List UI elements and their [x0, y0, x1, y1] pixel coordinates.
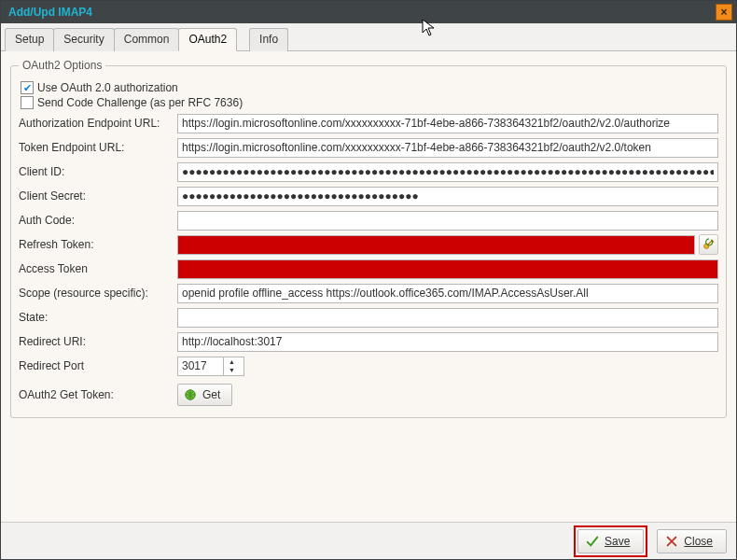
close-label: Close	[684, 535, 713, 548]
window-close-button[interactable]: ×	[716, 4, 732, 21]
use-oauth-label: Use OAuth 2.0 authorization	[37, 81, 178, 94]
save-label: Save	[605, 535, 630, 548]
client-id-input[interactable]	[177, 162, 718, 182]
globe-refresh-icon	[184, 388, 197, 401]
scope-input[interactable]	[177, 284, 718, 303]
dialog-footer: Save Close	[1, 522, 736, 559]
oauth2-options-group: OAuth2 Options Use OAuth 2.0 authorizati…	[10, 59, 727, 418]
use-oauth-checkbox[interactable]: Use OAuth 2.0 authorization	[21, 81, 718, 94]
label-get-token: OAuth2 Get Token:	[19, 388, 177, 401]
label-auth-code: Auth Code:	[19, 214, 177, 227]
access-token-input[interactable]	[177, 259, 718, 279]
label-auth-endpoint: Authorization Endpoint URL:	[19, 117, 177, 130]
tab-oauth2[interactable]: OAuth2	[178, 28, 237, 51]
state-input[interactable]	[177, 308, 718, 328]
auth-endpoint-input[interactable]	[177, 114, 718, 133]
label-client-id: Client ID:	[19, 165, 177, 178]
dialog-window: Add/Upd IMAP4 × Setup Security Common OA…	[0, 0, 737, 560]
key-refresh-icon	[702, 238, 715, 251]
label-state: State:	[19, 311, 177, 324]
refresh-token-input[interactable]	[177, 235, 695, 255]
code-challenge-label: Send Code Challenge (as per RFC 7636)	[37, 96, 243, 109]
checkbox-icon	[21, 96, 34, 109]
spinner-up-icon[interactable]: ▲	[224, 357, 240, 367]
redirect-port-input[interactable]	[178, 357, 223, 375]
label-refresh-token: Refresh Token:	[19, 238, 177, 251]
tab-security[interactable]: Security	[53, 28, 114, 51]
label-redirect-uri: Redirect URI:	[19, 335, 177, 348]
send-code-challenge-checkbox[interactable]: Send Code Challenge (as per RFC 7636)	[21, 96, 718, 109]
redirect-uri-input[interactable]	[177, 332, 718, 352]
tab-common[interactable]: Common	[114, 28, 180, 51]
close-icon: ×	[720, 6, 727, 19]
tab-content: OAuth2 Options Use OAuth 2.0 authorizati…	[1, 51, 736, 522]
window-title: Add/Upd IMAP4	[5, 6, 716, 19]
token-endpoint-input[interactable]	[177, 138, 718, 158]
close-button[interactable]: Close	[657, 529, 727, 553]
tab-setup[interactable]: Setup	[5, 28, 54, 51]
checkbox-icon	[21, 81, 34, 94]
check-icon	[586, 535, 599, 548]
redirect-port-stepper[interactable]: ▲ ▼	[177, 357, 244, 376]
label-client-secret: Client Secret:	[19, 189, 177, 203]
label-scope: Scope (resource specific):	[19, 287, 177, 300]
label-token-endpoint: Token Endpoint URL:	[19, 141, 177, 154]
label-redirect-port: Redirect Port	[19, 359, 177, 372]
x-icon	[665, 535, 678, 548]
tab-bar: Setup Security Common OAuth2 Info	[1, 23, 736, 51]
label-access-token: Access Token	[19, 262, 177, 275]
group-legend: OAuth2 Options	[19, 59, 105, 72]
get-button-label: Get	[202, 388, 220, 401]
titlebar: Add/Upd IMAP4 ×	[1, 1, 736, 23]
client-secret-input[interactable]	[177, 187, 718, 206]
spinner-down-icon[interactable]: ▼	[224, 366, 240, 375]
refresh-token-action-button[interactable]	[699, 234, 718, 255]
auth-code-input[interactable]	[177, 211, 718, 231]
save-button[interactable]: Save	[577, 529, 644, 553]
spinner-arrows: ▲ ▼	[223, 357, 240, 375]
get-token-button[interactable]: Get	[177, 384, 232, 406]
save-highlight: Save	[574, 525, 647, 557]
tab-info[interactable]: Info	[249, 28, 288, 51]
